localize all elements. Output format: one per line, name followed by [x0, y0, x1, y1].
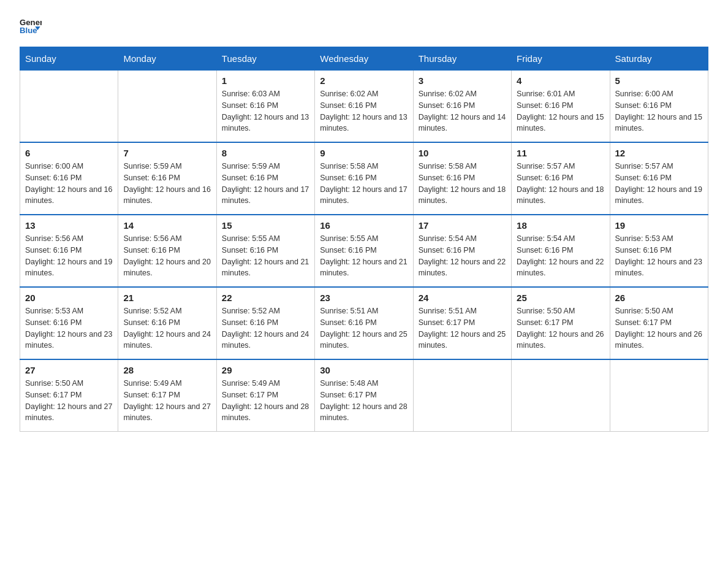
day-number: 2	[320, 75, 408, 86]
day-info: Sunrise: 5:49 AMSunset: 6:17 PMDaylight:…	[123, 378, 211, 424]
day-info: Sunrise: 6:02 AMSunset: 6:16 PMDaylight:…	[320, 88, 408, 134]
calendar-table: SundayMondayTuesdayWednesdayThursdayFrid…	[20, 47, 708, 432]
day-number: 9	[320, 148, 408, 158]
day-cell: 22Sunrise: 5:52 AMSunset: 6:16 PMDayligh…	[216, 287, 314, 359]
svg-text:Blue: Blue	[20, 26, 37, 35]
day-info: Sunrise: 5:50 AMSunset: 6:17 PMDaylight:…	[25, 378, 113, 424]
logo-svg: General Blue	[20, 15, 42, 37]
day-number: 28	[123, 365, 211, 375]
day-number: 26	[615, 293, 703, 303]
day-number: 29	[222, 365, 309, 375]
day-cell: 19Sunrise: 5:53 AMSunset: 6:16 PMDayligh…	[610, 215, 708, 287]
header-tuesday: Tuesday	[216, 47, 314, 71]
week-row-1: 1Sunrise: 6:03 AMSunset: 6:16 PMDaylight…	[20, 71, 708, 143]
day-number: 5	[615, 75, 703, 86]
day-info: Sunrise: 5:51 AMSunset: 6:17 PMDaylight:…	[419, 305, 506, 351]
day-number: 19	[615, 220, 703, 231]
day-number: 18	[517, 220, 604, 231]
day-cell: 17Sunrise: 5:54 AMSunset: 6:16 PMDayligh…	[413, 215, 511, 287]
day-cell: 25Sunrise: 5:50 AMSunset: 6:17 PMDayligh…	[512, 287, 610, 359]
day-info: Sunrise: 5:55 AMSunset: 6:16 PMDaylight:…	[320, 233, 408, 279]
day-cell: 9Sunrise: 5:58 AMSunset: 6:16 PMDaylight…	[315, 142, 413, 215]
day-info: Sunrise: 5:58 AMSunset: 6:16 PMDaylight:…	[320, 161, 408, 207]
day-cell: 3Sunrise: 6:02 AMSunset: 6:16 PMDaylight…	[413, 71, 511, 143]
day-cell: 21Sunrise: 5:52 AMSunset: 6:16 PMDayligh…	[118, 287, 216, 359]
day-number: 23	[320, 293, 408, 303]
header-sunday: Sunday	[20, 47, 118, 71]
week-row-2: 6Sunrise: 6:00 AMSunset: 6:16 PMDaylight…	[20, 142, 708, 215]
day-number: 16	[320, 220, 408, 231]
day-cell: 18Sunrise: 5:54 AMSunset: 6:16 PMDayligh…	[512, 215, 610, 287]
day-cell: 6Sunrise: 6:00 AMSunset: 6:16 PMDaylight…	[20, 142, 118, 215]
week-row-4: 20Sunrise: 5:53 AMSunset: 6:16 PMDayligh…	[20, 287, 708, 359]
day-number: 8	[222, 148, 309, 158]
day-cell: 12Sunrise: 5:57 AMSunset: 6:16 PMDayligh…	[610, 142, 708, 215]
week-row-5: 27Sunrise: 5:50 AMSunset: 6:17 PMDayligh…	[20, 359, 708, 432]
day-info: Sunrise: 5:53 AMSunset: 6:16 PMDaylight:…	[25, 305, 113, 351]
day-cell: 15Sunrise: 5:55 AMSunset: 6:16 PMDayligh…	[216, 215, 314, 287]
day-cell: 28Sunrise: 5:49 AMSunset: 6:17 PMDayligh…	[118, 359, 216, 432]
day-cell: 27Sunrise: 5:50 AMSunset: 6:17 PMDayligh…	[20, 359, 118, 432]
day-cell	[118, 71, 216, 143]
day-info: Sunrise: 5:59 AMSunset: 6:16 PMDaylight:…	[222, 161, 309, 207]
day-number: 20	[25, 293, 113, 303]
header-wednesday: Wednesday	[315, 47, 413, 71]
day-number: 27	[25, 365, 113, 375]
day-info: Sunrise: 5:57 AMSunset: 6:16 PMDaylight:…	[517, 161, 604, 207]
header-thursday: Thursday	[413, 47, 511, 71]
day-info: Sunrise: 5:55 AMSunset: 6:16 PMDaylight:…	[222, 233, 309, 279]
day-cell: 16Sunrise: 5:55 AMSunset: 6:16 PMDayligh…	[315, 215, 413, 287]
day-info: Sunrise: 5:51 AMSunset: 6:16 PMDaylight:…	[320, 305, 408, 351]
day-cell: 11Sunrise: 5:57 AMSunset: 6:16 PMDayligh…	[512, 142, 610, 215]
day-cell: 26Sunrise: 5:50 AMSunset: 6:17 PMDayligh…	[610, 287, 708, 359]
day-number: 22	[222, 293, 309, 303]
day-info: Sunrise: 5:56 AMSunset: 6:16 PMDaylight:…	[25, 233, 113, 279]
day-info: Sunrise: 5:54 AMSunset: 6:16 PMDaylight:…	[517, 233, 604, 279]
day-cell: 7Sunrise: 5:59 AMSunset: 6:16 PMDaylight…	[118, 142, 216, 215]
day-cell: 5Sunrise: 6:00 AMSunset: 6:16 PMDaylight…	[610, 71, 708, 143]
header-monday: Monday	[118, 47, 216, 71]
day-cell: 30Sunrise: 5:48 AMSunset: 6:17 PMDayligh…	[315, 359, 413, 432]
day-cell: 1Sunrise: 6:03 AMSunset: 6:16 PMDaylight…	[216, 71, 314, 143]
day-cell	[413, 359, 511, 432]
day-number: 1	[222, 75, 309, 86]
day-number: 24	[419, 293, 506, 303]
day-number: 3	[419, 75, 506, 86]
day-number: 17	[419, 220, 506, 231]
calendar-header-row: SundayMondayTuesdayWednesdayThursdayFrid…	[20, 47, 708, 71]
day-number: 12	[615, 148, 703, 158]
day-info: Sunrise: 5:59 AMSunset: 6:16 PMDaylight:…	[123, 161, 211, 207]
day-number: 21	[123, 293, 211, 303]
day-cell: 8Sunrise: 5:59 AMSunset: 6:16 PMDaylight…	[216, 142, 314, 215]
day-number: 30	[320, 365, 408, 375]
day-cell: 14Sunrise: 5:56 AMSunset: 6:16 PMDayligh…	[118, 215, 216, 287]
day-number: 25	[517, 293, 604, 303]
logo: General Blue	[20, 15, 42, 37]
day-info: Sunrise: 5:48 AMSunset: 6:17 PMDaylight:…	[320, 378, 408, 424]
day-cell: 4Sunrise: 6:01 AMSunset: 6:16 PMDaylight…	[512, 71, 610, 143]
day-number: 13	[25, 220, 113, 231]
day-info: Sunrise: 5:52 AMSunset: 6:16 PMDaylight:…	[222, 305, 309, 351]
day-cell: 29Sunrise: 5:49 AMSunset: 6:17 PMDayligh…	[216, 359, 314, 432]
header-saturday: Saturday	[610, 47, 708, 71]
day-number: 15	[222, 220, 309, 231]
day-number: 7	[123, 148, 211, 158]
day-cell	[20, 71, 118, 143]
day-info: Sunrise: 6:03 AMSunset: 6:16 PMDaylight:…	[222, 88, 309, 134]
day-info: Sunrise: 6:00 AMSunset: 6:16 PMDaylight:…	[25, 161, 113, 207]
day-cell: 20Sunrise: 5:53 AMSunset: 6:16 PMDayligh…	[20, 287, 118, 359]
day-info: Sunrise: 6:02 AMSunset: 6:16 PMDaylight:…	[419, 88, 506, 134]
day-number: 4	[517, 75, 604, 86]
day-number: 14	[123, 220, 211, 231]
day-cell: 13Sunrise: 5:56 AMSunset: 6:16 PMDayligh…	[20, 215, 118, 287]
day-cell: 10Sunrise: 5:58 AMSunset: 6:16 PMDayligh…	[413, 142, 511, 215]
day-info: Sunrise: 5:58 AMSunset: 6:16 PMDaylight:…	[419, 161, 506, 207]
day-info: Sunrise: 6:01 AMSunset: 6:16 PMDaylight:…	[517, 88, 604, 134]
page-header: General Blue	[20, 15, 708, 37]
day-info: Sunrise: 5:57 AMSunset: 6:16 PMDaylight:…	[615, 161, 703, 207]
day-info: Sunrise: 5:53 AMSunset: 6:16 PMDaylight:…	[615, 233, 703, 279]
week-row-3: 13Sunrise: 5:56 AMSunset: 6:16 PMDayligh…	[20, 215, 708, 287]
day-number: 10	[419, 148, 506, 158]
day-cell	[610, 359, 708, 432]
day-cell: 2Sunrise: 6:02 AMSunset: 6:16 PMDaylight…	[315, 71, 413, 143]
